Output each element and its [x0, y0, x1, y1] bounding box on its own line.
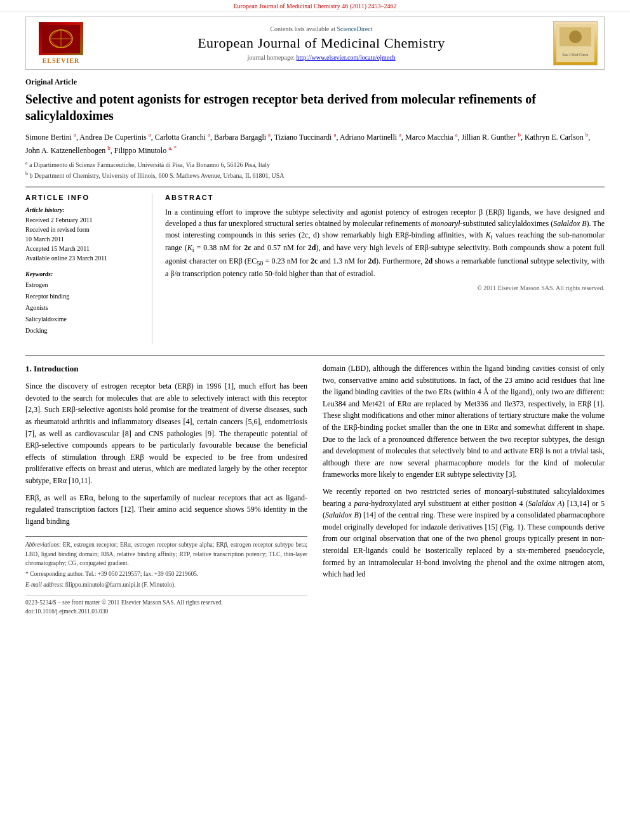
elsevier-logo-image [39, 22, 83, 55]
section-divider [25, 187, 605, 187]
affiliation-b: b b Department of Chemistry, University … [25, 170, 605, 180]
journal-citation: European Journal of Medicinal Chemistry … [233, 3, 396, 10]
affiliation-a: a a Dipartimento di Scienze Farmaceutich… [25, 159, 605, 170]
left-column: 1. Introduction Since the discovery of e… [25, 363, 307, 617]
journal-header: ELSEVIER Contents lists available at Sci… [25, 17, 605, 70]
abstract-area: ABSTRACT In a continuing effort to impro… [165, 194, 605, 344]
journal-thumbnail: Eur J Med Chem [553, 21, 598, 65]
issn-line: 0223-5234/$ – see front matter © 2011 El… [25, 598, 307, 608]
right-para2: We recently reported on two restricted s… [323, 486, 605, 580]
revised-date: Received in revised form10 March 2011 [25, 225, 142, 244]
journal-homepage: journal homepage: http://www.elsevier.co… [96, 54, 547, 61]
abbreviations-footnote: Abbreviations: ER, estrogen receptor; ER… [25, 540, 307, 568]
intro-heading: 1. Introduction [25, 363, 307, 375]
info-abstract-area: ARTICLE INFO Article history: Received 2… [25, 194, 605, 344]
elsevier-logo-area: ELSEVIER [32, 22, 90, 64]
right-para1: domain (LBD), although the differences w… [323, 363, 605, 481]
abstract-text: In a continuing effort to improve the su… [165, 206, 605, 279]
top-banner: European Journal of Medicinal Chemistry … [0, 0, 630, 11]
abstract-title: ABSTRACT [165, 194, 605, 201]
article-info-title: ARTICLE INFO [25, 194, 142, 201]
right-column: domain (LBD), although the differences w… [323, 363, 605, 617]
article-history-block: Article history: Received 2 February 201… [25, 206, 142, 263]
body-divider [25, 356, 605, 356]
corresponding-footnote: * Corresponding author. Tel.: +39 050 22… [25, 570, 307, 578]
svg-text:Eur J Med Chem: Eur J Med Chem [563, 53, 589, 57]
elsevier-brand-text: ELSEVIER [43, 57, 80, 64]
svg-point-6 [569, 30, 582, 43]
article-info-panel: ARTICLE INFO Article history: Received 2… [25, 194, 152, 344]
copyright-line: © 2011 Elsevier Masson SAS. All rights r… [165, 284, 605, 291]
homepage-url[interactable]: http://www.elsevier.com/locate/ejmech [297, 54, 396, 61]
keywords-block: Keywords: Estrogen Receptor binding Agon… [25, 270, 142, 337]
available-date: Available online 23 March 2011 [25, 253, 142, 263]
received-date: Received 2 February 2011 [25, 215, 142, 225]
accepted-date: Accepted 15 March 2011 [25, 244, 142, 253]
authors: Simone Bertini a, Andrea De Cupertinis a… [25, 130, 605, 157]
article-body: Original Article Selective and potent ag… [0, 77, 630, 617]
article-type: Original Article [25, 77, 605, 87]
keywords-label: Keywords: [25, 270, 142, 277]
sciencedirect-link: Contents lists available at ScienceDirec… [96, 25, 547, 32]
main-columns: 1. Introduction Since the discovery of e… [25, 363, 605, 617]
bottom-issn: 0223-5234/$ – see front matter © 2011 El… [25, 595, 307, 617]
doi-line: doi:10.1016/j.ejmech.2011.03.030 [25, 607, 307, 617]
article-title: Selective and potent agonists for estrog… [25, 91, 605, 124]
footnote-area: Abbreviations: ER, estrogen receptor; ER… [25, 536, 307, 589]
email-footnote: E-mail address: filippo.minutolo@farm.un… [25, 580, 307, 589]
intro-para2: ERβ, as well as ERα, belong to the super… [25, 492, 307, 528]
affiliations: a a Dipartimento di Scienze Farmaceutich… [25, 159, 605, 180]
history-label: Article history: [25, 206, 142, 213]
sciencedirect-anchor[interactable]: ScienceDirect [337, 25, 372, 32]
journal-title: European Journal of Medicinal Chemistry [96, 35, 547, 51]
intro-para1: Since the discovery of estrogen receptor… [25, 380, 307, 486]
keywords-list: Estrogen Receptor binding Agonists Salic… [25, 279, 142, 337]
journal-title-area: Contents lists available at ScienceDirec… [90, 25, 553, 61]
